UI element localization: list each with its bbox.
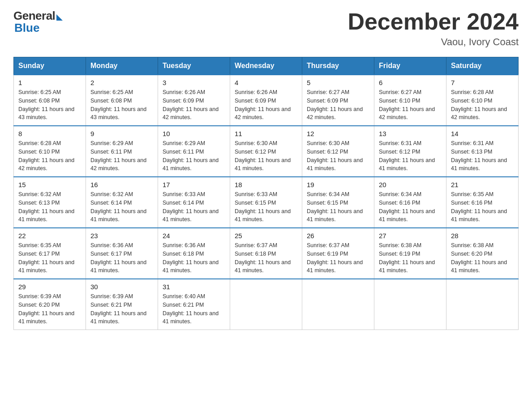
day-number: 30 [90, 283, 153, 291]
header-wednesday: Wednesday [230, 57, 302, 75]
day-number: 13 [379, 130, 442, 137]
day-detail: Sunrise: 6:27 AMSunset: 6:09 PMDaylight:… [307, 88, 369, 122]
day-detail: Sunrise: 6:25 AMSunset: 6:08 PMDaylight:… [18, 88, 81, 122]
day-number: 1 [18, 79, 81, 86]
day-number: 6 [379, 79, 442, 86]
day-detail: Sunrise: 6:35 AMSunset: 6:17 PMDaylight:… [18, 241, 81, 275]
day-number: 14 [451, 130, 514, 137]
week-row-5: 29Sunrise: 6:39 AMSunset: 6:20 PMDayligh… [14, 279, 519, 330]
week-row-4: 22Sunrise: 6:35 AMSunset: 6:17 PMDayligh… [14, 228, 519, 279]
calendar-cell: 3Sunrise: 6:26 AMSunset: 6:09 PMDaylight… [158, 75, 230, 126]
day-number: 17 [163, 181, 225, 188]
calendar-cell: 13Sunrise: 6:31 AMSunset: 6:12 PMDayligh… [374, 126, 446, 177]
day-number: 15 [18, 181, 81, 188]
calendar-cell: 9Sunrise: 6:29 AMSunset: 6:11 PMDaylight… [86, 126, 158, 177]
day-detail: Sunrise: 6:33 AMSunset: 6:14 PMDaylight:… [163, 190, 225, 224]
day-detail: Sunrise: 6:28 AMSunset: 6:10 PMDaylight:… [18, 139, 81, 173]
day-number: 23 [90, 232, 153, 240]
header-monday: Monday [86, 57, 158, 75]
calendar-cell: 20Sunrise: 6:34 AMSunset: 6:16 PMDayligh… [374, 177, 446, 228]
day-detail: Sunrise: 6:36 AMSunset: 6:18 PMDaylight:… [163, 241, 225, 275]
day-number: 21 [451, 181, 514, 188]
day-number: 4 [235, 79, 297, 86]
week-row-1: 1Sunrise: 6:25 AMSunset: 6:08 PMDaylight… [14, 75, 519, 126]
calendar-header-row: SundayMondayTuesdayWednesdayThursdayFrid… [14, 57, 519, 75]
day-number: 7 [451, 79, 514, 86]
calendar-cell: 5Sunrise: 6:27 AMSunset: 6:09 PMDaylight… [302, 75, 374, 126]
day-number: 28 [451, 232, 514, 240]
calendar-cell: 30Sunrise: 6:39 AMSunset: 6:21 PMDayligh… [86, 279, 158, 330]
header-saturday: Saturday [446, 57, 519, 75]
calendar-cell: 29Sunrise: 6:39 AMSunset: 6:20 PMDayligh… [14, 279, 86, 330]
calendar-cell: 25Sunrise: 6:37 AMSunset: 6:18 PMDayligh… [230, 228, 302, 279]
week-row-2: 8Sunrise: 6:28 AMSunset: 6:10 PMDaylight… [14, 126, 519, 177]
calendar-cell [302, 279, 374, 330]
day-number: 8 [18, 130, 81, 137]
calendar-cell [446, 279, 519, 330]
day-detail: Sunrise: 6:34 AMSunset: 6:16 PMDaylight:… [379, 190, 442, 224]
calendar-table: SundayMondayTuesdayWednesdayThursdayFrid… [13, 57, 519, 330]
day-detail: Sunrise: 6:28 AMSunset: 6:10 PMDaylight:… [451, 88, 514, 122]
day-detail: Sunrise: 6:26 AMSunset: 6:09 PMDaylight:… [235, 88, 297, 122]
day-number: 12 [307, 130, 369, 137]
week-row-3: 15Sunrise: 6:32 AMSunset: 6:13 PMDayligh… [14, 177, 519, 228]
day-number: 10 [163, 130, 225, 137]
calendar-cell: 31Sunrise: 6:40 AMSunset: 6:21 PMDayligh… [158, 279, 230, 330]
day-detail: Sunrise: 6:33 AMSunset: 6:15 PMDaylight:… [235, 190, 297, 224]
calendar-cell: 10Sunrise: 6:29 AMSunset: 6:11 PMDayligh… [158, 126, 230, 177]
day-detail: Sunrise: 6:32 AMSunset: 6:14 PMDaylight:… [90, 190, 153, 224]
page-header: General Blue December 2024 Vaou, Ivory C… [13, 9, 519, 48]
day-number: 31 [163, 283, 225, 291]
calendar-cell: 14Sunrise: 6:31 AMSunset: 6:13 PMDayligh… [446, 126, 519, 177]
day-number: 20 [379, 181, 442, 188]
day-detail: Sunrise: 6:38 AMSunset: 6:20 PMDaylight:… [451, 241, 514, 275]
calendar-cell: 27Sunrise: 6:38 AMSunset: 6:19 PMDayligh… [374, 228, 446, 279]
day-number: 24 [163, 232, 225, 240]
header-sunday: Sunday [14, 57, 86, 75]
day-number: 22 [18, 232, 81, 240]
day-detail: Sunrise: 6:32 AMSunset: 6:13 PMDaylight:… [18, 190, 81, 224]
title-section: December 2024 Vaou, Ivory Coast [348, 9, 519, 48]
day-number: 29 [18, 283, 81, 291]
day-number: 27 [379, 232, 442, 240]
calendar-cell: 6Sunrise: 6:27 AMSunset: 6:10 PMDaylight… [374, 75, 446, 126]
day-number: 3 [163, 79, 225, 86]
day-detail: Sunrise: 6:31 AMSunset: 6:12 PMDaylight:… [379, 139, 442, 173]
day-detail: Sunrise: 6:31 AMSunset: 6:13 PMDaylight:… [451, 139, 514, 173]
calendar-cell: 2Sunrise: 6:25 AMSunset: 6:08 PMDaylight… [86, 75, 158, 126]
calendar-cell: 24Sunrise: 6:36 AMSunset: 6:18 PMDayligh… [158, 228, 230, 279]
calendar-cell: 26Sunrise: 6:37 AMSunset: 6:19 PMDayligh… [302, 228, 374, 279]
day-detail: Sunrise: 6:34 AMSunset: 6:15 PMDaylight:… [307, 190, 369, 224]
day-number: 26 [307, 232, 369, 240]
day-detail: Sunrise: 6:40 AMSunset: 6:21 PMDaylight:… [163, 292, 225, 326]
day-detail: Sunrise: 6:29 AMSunset: 6:11 PMDaylight:… [90, 139, 153, 173]
calendar-cell: 21Sunrise: 6:35 AMSunset: 6:16 PMDayligh… [446, 177, 519, 228]
day-detail: Sunrise: 6:30 AMSunset: 6:12 PMDaylight:… [307, 139, 369, 173]
calendar-cell: 28Sunrise: 6:38 AMSunset: 6:20 PMDayligh… [446, 228, 519, 279]
day-number: 5 [307, 79, 369, 86]
day-detail: Sunrise: 6:37 AMSunset: 6:18 PMDaylight:… [235, 241, 297, 275]
calendar-cell [374, 279, 446, 330]
day-detail: Sunrise: 6:38 AMSunset: 6:19 PMDaylight:… [379, 241, 442, 275]
calendar-cell: 8Sunrise: 6:28 AMSunset: 6:10 PMDaylight… [14, 126, 86, 177]
day-number: 19 [307, 181, 369, 188]
calendar-cell: 23Sunrise: 6:36 AMSunset: 6:17 PMDayligh… [86, 228, 158, 279]
calendar-cell: 22Sunrise: 6:35 AMSunset: 6:17 PMDayligh… [14, 228, 86, 279]
header-thursday: Thursday [302, 57, 374, 75]
logo-arrow-icon [56, 14, 63, 21]
calendar-cell: 12Sunrise: 6:30 AMSunset: 6:12 PMDayligh… [302, 126, 374, 177]
calendar-cell: 18Sunrise: 6:33 AMSunset: 6:15 PMDayligh… [230, 177, 302, 228]
day-detail: Sunrise: 6:37 AMSunset: 6:19 PMDaylight:… [307, 241, 369, 275]
day-detail: Sunrise: 6:35 AMSunset: 6:16 PMDaylight:… [451, 190, 514, 224]
day-detail: Sunrise: 6:39 AMSunset: 6:21 PMDaylight:… [90, 292, 153, 326]
logo: General Blue [13, 9, 63, 35]
calendar-cell: 1Sunrise: 6:25 AMSunset: 6:08 PMDaylight… [14, 75, 86, 126]
calendar-cell: 15Sunrise: 6:32 AMSunset: 6:13 PMDayligh… [14, 177, 86, 228]
day-detail: Sunrise: 6:30 AMSunset: 6:12 PMDaylight:… [235, 139, 297, 173]
day-detail: Sunrise: 6:27 AMSunset: 6:10 PMDaylight:… [379, 88, 442, 122]
calendar-cell: 11Sunrise: 6:30 AMSunset: 6:12 PMDayligh… [230, 126, 302, 177]
header-tuesday: Tuesday [158, 57, 230, 75]
day-number: 18 [235, 181, 297, 188]
day-detail: Sunrise: 6:39 AMSunset: 6:20 PMDaylight:… [18, 292, 81, 326]
page-title: December 2024 [348, 9, 519, 34]
